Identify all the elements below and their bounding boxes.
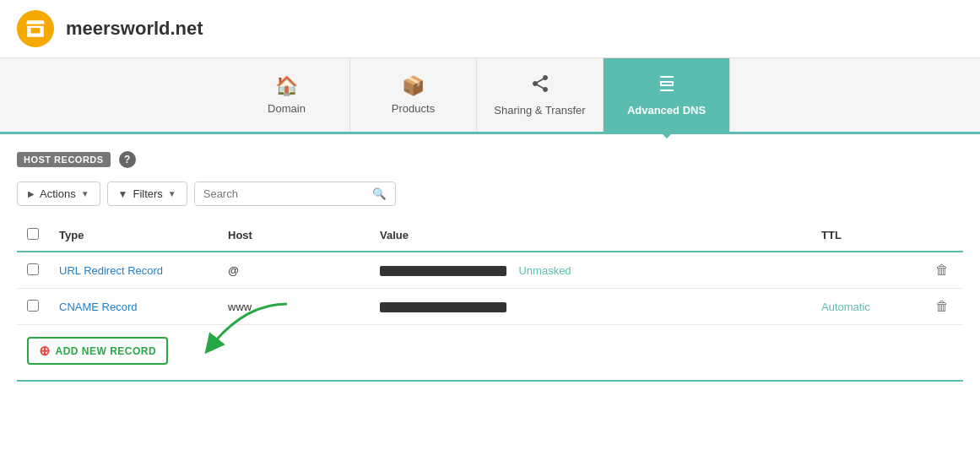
table-row: URL Redirect Record @ Unmasked 🗑 <box>17 252 963 289</box>
host-records-section: HOST RECORDS ? <box>17 151 136 168</box>
toolbar: ▶ Actions ▼ ▼ Filters ▼ 🔍 <box>17 182 963 206</box>
play-icon: ▶ <box>28 189 35 198</box>
bottom-divider <box>17 380 963 382</box>
row1-delete: 🗑 <box>921 252 963 289</box>
products-icon: 📦 <box>402 75 425 97</box>
row2-value <box>370 289 811 325</box>
row2-type-link[interactable]: CNAME Record <box>59 301 137 313</box>
col-header-host: Host <box>218 220 370 252</box>
nav-tabs: 🏠 Domain 📦 Products Sharing & Transfer A… <box>0 58 980 134</box>
page-wrapper: meersworld.net 🏠 Domain 📦 Products Shari… <box>0 0 980 450</box>
actions-label: Actions <box>40 187 76 200</box>
row1-ttl <box>811 252 921 289</box>
add-record-label: ADD NEW RECORD <box>56 345 157 357</box>
table-row: CNAME Record www Automatic 🗑 <box>17 289 963 325</box>
domain-icon: 🏠 <box>275 75 298 97</box>
row2-type: CNAME Record <box>49 289 218 325</box>
header: meersworld.net <box>0 0 980 58</box>
content-area: HOST RECORDS ? ▶ Actions ▼ ▼ Filters ▼ 🔍 <box>0 134 980 398</box>
tab-advanced-dns-label: Advanced DNS <box>627 104 706 117</box>
col-header-ttl: TTL <box>811 220 921 252</box>
add-record-row: ⊕ ADD NEW RECORD <box>17 325 963 377</box>
search-input[interactable] <box>195 182 364 205</box>
plus-circle-icon: ⊕ <box>39 343 51 359</box>
dns-icon <box>657 73 677 99</box>
row1-delete-icon[interactable]: 🗑 <box>935 263 949 277</box>
col-header-type: Type <box>49 220 218 252</box>
row2-value-redacted <box>380 302 506 312</box>
row1-host: @ <box>218 252 370 289</box>
tab-sharing-label: Sharing & Transfer <box>494 104 585 117</box>
store-icon <box>24 18 46 40</box>
logo <box>17 10 54 47</box>
row1-checkbox[interactable] <box>27 263 39 275</box>
col-header-value: Value <box>370 220 811 252</box>
filters-chevron: ▼ <box>168 189 176 198</box>
row1-ttl-label: Unmasked <box>518 264 571 277</box>
row1-type-link[interactable]: URL Redirect Record <box>59 264 163 277</box>
col-header-action <box>921 220 963 252</box>
sharing-icon <box>530 73 550 99</box>
row1-check <box>17 252 49 289</box>
row2-delete: 🗑 <box>921 289 963 325</box>
row2-check <box>17 289 49 325</box>
actions-chevron: ▼ <box>81 189 89 198</box>
filter-icon: ▼ <box>118 188 128 200</box>
col-header-check <box>17 220 49 252</box>
host-records-badge: HOST RECORDS <box>17 152 111 167</box>
row2-host: www <box>218 289 370 325</box>
filters-label: Filters <box>133 187 162 200</box>
row1-value: Unmasked <box>370 252 811 289</box>
table-header-row: Type Host Value TTL <box>17 220 963 252</box>
row1-value-redacted <box>380 266 506 276</box>
row2-ttl-label: Automatic <box>821 301 870 313</box>
search-button[interactable]: 🔍 <box>364 182 395 205</box>
filters-button[interactable]: ▼ Filters ▼ <box>107 182 187 206</box>
row1-type: URL Redirect Record <box>49 252 218 289</box>
row2-delete-icon[interactable]: 🗑 <box>935 299 949 313</box>
search-wrapper: 🔍 <box>194 182 396 206</box>
tab-domain[interactable]: 🏠 Domain <box>224 58 350 132</box>
records-table: Type Host Value TTL URL Redirect Record <box>17 220 963 325</box>
tab-advanced-dns[interactable]: Advanced DNS <box>604 58 730 132</box>
search-icon: 🔍 <box>372 187 387 200</box>
add-new-record-button[interactable]: ⊕ ADD NEW RECORD <box>27 337 168 365</box>
tab-sharing[interactable]: Sharing & Transfer <box>477 58 604 132</box>
row2-checkbox[interactable] <box>27 300 39 312</box>
select-all-checkbox[interactable] <box>27 228 39 240</box>
tab-products-label: Products <box>392 102 435 115</box>
actions-button[interactable]: ▶ Actions ▼ <box>17 182 100 206</box>
help-icon[interactable]: ? <box>119 151 136 168</box>
row2-ttl: Automatic <box>811 289 921 325</box>
site-title: meersworld.net <box>66 18 203 40</box>
tab-domain-label: Domain <box>268 102 306 115</box>
tab-products[interactable]: 📦 Products <box>350 58 477 132</box>
nav-spacer <box>0 58 224 132</box>
